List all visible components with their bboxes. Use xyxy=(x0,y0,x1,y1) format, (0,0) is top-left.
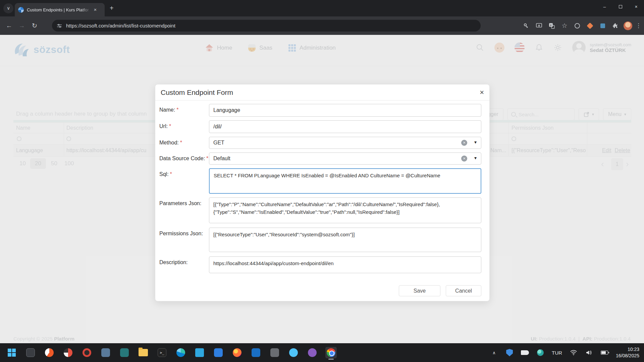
defender-shield-icon[interactable] xyxy=(505,349,514,356)
extensions-puzzle-icon[interactable] xyxy=(611,21,620,31)
taskbar-terminal[interactable]: >_ xyxy=(156,347,168,358)
browser-profile-avatar[interactable] xyxy=(624,21,632,30)
taskbar-apps: >_ xyxy=(6,347,337,358)
tab-title: Custom Endpoints | Kurs Platfor xyxy=(27,7,91,12)
bookmark-star-icon[interactable]: ☆ xyxy=(560,21,569,31)
extension-cube-icon[interactable] xyxy=(598,21,607,31)
new-tab-button[interactable]: + xyxy=(110,5,114,11)
method-clear-icon[interactable]: × xyxy=(461,140,467,146)
taskbar-chrome-active[interactable] xyxy=(325,347,337,358)
data-source-caret-icon[interactable]: ▾ xyxy=(474,155,477,161)
parameters-json-textarea[interactable]: [{"Type":"P","Name":"CultureName","Defau… xyxy=(209,197,481,223)
cancel-button[interactable]: Cancel xyxy=(446,285,481,296)
modal-body: Name:* Url:* Method:* × ▾ Data Source Co… xyxy=(155,101,489,301)
modal-title: Custom Endpoint Form xyxy=(161,88,233,97)
taskbar-skype[interactable] xyxy=(288,347,299,358)
taskbar-file-explorer[interactable] xyxy=(138,347,149,358)
address-bar[interactable]: https://sozsoft.com/admin/list/list-cust… xyxy=(52,20,481,32)
url-field-label: Url:* xyxy=(159,120,209,133)
method-field-label: Method:* xyxy=(159,137,209,149)
method-select[interactable] xyxy=(209,137,481,149)
taskbar-app-opera[interactable] xyxy=(81,347,93,358)
url-field[interactable] xyxy=(209,120,481,133)
docker-icon[interactable] xyxy=(521,350,529,355)
taskbar-edge[interactable] xyxy=(175,347,186,358)
tray-chevron-icon[interactable]: ∧ xyxy=(490,350,498,355)
description-field-label: Description: xyxy=(159,256,209,273)
taskbar-clock[interactable]: 10:23 16/08/2025 xyxy=(616,346,639,359)
extension-ring-icon[interactable] xyxy=(573,21,582,31)
modal-button-row: Save Cancel xyxy=(159,285,481,296)
folder-icon xyxy=(139,349,148,356)
taskbar-store[interactable] xyxy=(213,347,224,358)
taskbar-outlook[interactable] xyxy=(250,347,262,358)
install-app-icon[interactable] xyxy=(534,21,544,31)
taskbar-app-red-round[interactable] xyxy=(62,347,74,358)
method-caret-icon[interactable]: ▾ xyxy=(474,139,477,145)
terminal-icon: >_ xyxy=(158,348,166,357)
extension-orange-icon[interactable] xyxy=(585,21,595,31)
site-info-icon[interactable] xyxy=(57,23,62,28)
taskbar-firefox[interactable] xyxy=(231,347,243,358)
url-text[interactable]: https://sozsoft.com/admin/list/list-cust… xyxy=(66,23,175,28)
taskbar-vscode[interactable] xyxy=(194,347,205,358)
browser-tab[interactable]: Custom Endpoints | Kurs Platfor × xyxy=(15,3,105,16)
wifi-icon[interactable] xyxy=(570,350,578,355)
maximize-icon xyxy=(619,5,622,8)
taskbar-app-teal[interactable] xyxy=(119,347,130,358)
browser-menu-kebab-icon[interactable]: ⋮ xyxy=(636,22,641,29)
tab-search-icon[interactable]: ∨ xyxy=(3,3,13,13)
browser-titlebar: ∨ Custom Endpoints | Kurs Platfor × + – … xyxy=(0,0,644,16)
taskbar-app-brave[interactable] xyxy=(44,347,55,358)
passwords-key-icon[interactable] xyxy=(522,21,531,31)
window-close-button[interactable]: × xyxy=(628,0,644,13)
start-button[interactable] xyxy=(6,347,17,358)
battery-icon[interactable] xyxy=(600,351,608,355)
reload-button[interactable]: ↻ xyxy=(28,22,41,29)
parameters-json-field-label: Parameters Json: xyxy=(159,197,209,223)
window-controls: – × xyxy=(597,0,644,13)
system-tray: ∧ TUR 10:23 16/08/2025 xyxy=(490,346,639,359)
taskbar-settings-app[interactable] xyxy=(269,347,280,358)
window-maximize-button[interactable] xyxy=(612,0,628,13)
taskbar-visual-studio[interactable] xyxy=(307,347,318,358)
data-source-select[interactable] xyxy=(209,153,481,165)
back-button[interactable]: ← xyxy=(3,22,15,29)
save-button[interactable]: Save xyxy=(399,285,440,296)
data-source-field-label: Data Source Code:* xyxy=(159,153,209,165)
clock-time: 10:23 xyxy=(616,346,639,353)
keyboard-language[interactable]: TUR xyxy=(552,350,562,356)
volume-icon[interactable] xyxy=(585,350,593,355)
permissions-json-field-label: Permissions Json: xyxy=(159,228,209,252)
translate-icon[interactable]: a xyxy=(547,21,556,31)
tab-favicon-icon xyxy=(18,7,24,13)
clock-date: 16/08/2025 xyxy=(616,353,639,359)
description-textarea[interactable]: https://localhost:44344/api/app/custom-e… xyxy=(209,256,481,273)
taskbar-app-device[interactable] xyxy=(100,347,111,358)
globe-tray-icon[interactable] xyxy=(536,349,544,356)
name-field-label: Name:* xyxy=(159,104,209,117)
window-minimize-button[interactable]: – xyxy=(597,0,612,13)
toolbar-right-icons: a ☆ ⋮ xyxy=(522,20,641,32)
forward-button[interactable]: → xyxy=(15,22,28,29)
modal-close-icon[interactable]: × xyxy=(480,89,484,96)
taskbar-app-dark-window[interactable] xyxy=(25,347,36,358)
tab-close-icon[interactable]: × xyxy=(92,6,99,13)
windows-logo-icon xyxy=(8,349,16,357)
browser-toolbar: ← → ↻ https://sozsoft.com/admin/list/lis… xyxy=(0,16,644,35)
name-field[interactable] xyxy=(209,104,481,117)
data-source-clear-icon[interactable]: × xyxy=(461,156,467,162)
modal-header: Custom Endpoint Form × xyxy=(155,84,489,101)
permissions-json-textarea[interactable]: [{"ResourceType":"User","ResourceId":"sy… xyxy=(209,228,481,252)
custom-endpoint-form-modal: Custom Endpoint Form × Name:* Url:* Meth… xyxy=(155,84,490,301)
windows-taskbar: >_ ∧ TUR 10:23 16/08/2025 xyxy=(0,343,644,362)
sql-field-label: Sql:* xyxy=(159,168,209,194)
sql-textarea[interactable]: SELECT * FROM PLanguage WHERE IsEnabled … xyxy=(209,168,481,194)
